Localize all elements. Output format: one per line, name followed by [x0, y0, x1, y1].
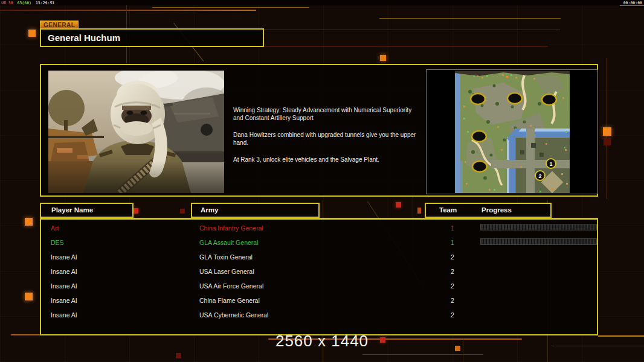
- player-table-rows: Art China Infantry General 1 DES GLA Ass…: [41, 221, 597, 323]
- table-row: Insane AI USA Cybernetic General 2: [41, 308, 597, 323]
- army-cell: GLA Toxin General: [199, 253, 253, 261]
- table-row: Insane AI USA Air Force General 2: [41, 279, 597, 294]
- decor-square: [25, 293, 33, 300]
- page-title: General Huchum: [40, 28, 264, 47]
- decor-square: [417, 208, 421, 214]
- general-portrait: [48, 71, 224, 193]
- decor-square: [176, 353, 181, 358]
- decor-square: [380, 337, 385, 343]
- progress-bar: [480, 238, 597, 245]
- player-name-cell: Insane AI: [51, 311, 77, 319]
- resolution-label: 2560 x 1440: [275, 332, 369, 351]
- strategy-paragraph: Dana Howitzers combined with upgraded tu…: [233, 131, 424, 147]
- army-cell: GLA Assault General: [199, 239, 258, 246]
- top-status-bar: UR 30 63(60) 13:29:51 00:00:00: [0, 0, 644, 5]
- table-row: Insane AI China Flame General 2: [41, 294, 597, 308]
- player-name-cell: Insane AI: [51, 297, 77, 304]
- map-marker-1-label: 1: [549, 161, 552, 167]
- table-row: Art China Infantry General 1: [41, 221, 597, 236]
- player-table-panel: Art China Infantry General 1 DES GLA Ass…: [40, 218, 598, 335]
- team-cell: 2: [445, 311, 460, 319]
- map-start-marker-2: 2: [535, 171, 545, 180]
- decor-square: [133, 208, 138, 214]
- decor-line: [553, 346, 644, 346]
- map-preview-box: 1 2: [426, 69, 598, 194]
- team-cell: 1: [445, 224, 460, 232]
- team-cell: 2: [445, 282, 460, 290]
- column-header-team-progress: Team Progress: [425, 203, 552, 218]
- fps-overlay: UR 30 63(60) 13:29:51: [1, 1, 54, 5]
- decor-line: [463, 338, 463, 362]
- progress-bar: [480, 224, 597, 230]
- player-name-cell: DES: [51, 239, 64, 246]
- team-cell: 2: [445, 253, 460, 261]
- decor-line: [362, 354, 483, 355]
- decor-square: [180, 209, 185, 214]
- player-name-cell: Insane AI: [51, 282, 77, 290]
- column-header-player-name: Player Name: [40, 203, 134, 218]
- decor-line: [379, 18, 561, 19]
- army-cell: China Flame General: [199, 297, 260, 304]
- decor-line: [0, 10, 256, 11]
- army-cell: USA Air Force General: [199, 282, 263, 290]
- decor-line: [264, 30, 560, 30]
- decor-line: [152, 7, 309, 8]
- fps-clock-value: 13:29:51: [36, 1, 54, 5]
- column-header-progress: Progress: [481, 204, 512, 217]
- army-cell: USA Laser General: [199, 268, 254, 275]
- player-name-cell: Art: [51, 224, 59, 232]
- team-cell: 1: [445, 239, 460, 246]
- decor-line: [607, 58, 607, 199]
- player-name-cell: Insane AI: [51, 268, 77, 275]
- decor-square: [28, 30, 36, 37]
- briefing-panel: Winning Strategy: Steady Advancement wit…: [40, 64, 598, 197]
- decor-square: [396, 202, 401, 208]
- player-name-cell: Insane AI: [51, 253, 77, 261]
- decor-square: [455, 346, 460, 351]
- decor-square: [380, 55, 386, 61]
- strategy-paragraph: At Rank 3, unlock elite vehicles and the…: [233, 156, 424, 164]
- decor-line: [264, 46, 548, 46]
- map-marker-2-label: 2: [538, 173, 541, 179]
- column-header-team: Team: [439, 204, 457, 217]
- strategy-text: Winning Strategy: Steady Advancement wit…: [233, 106, 424, 173]
- loading-screen: UR 30 63(60) 13:29:51 00:00:00 GENERAL G…: [0, 0, 644, 362]
- fps-app-label: UR 30: [1, 1, 13, 5]
- table-row: Insane AI GLA Toxin General 2: [41, 250, 597, 265]
- decor-square: [603, 127, 611, 136]
- fps-rate-value: 63(60): [18, 1, 31, 5]
- army-cell: USA Cybernetic General: [199, 311, 268, 319]
- table-row: DES GLA Assault General 1: [41, 236, 597, 250]
- team-cell: 2: [445, 268, 460, 275]
- map-start-marker-1: 1: [546, 159, 556, 168]
- decor-square: [604, 138, 611, 145]
- decor-line: [598, 335, 644, 337]
- strategy-paragraph: Winning Strategy: Steady Advancement wit…: [233, 106, 424, 122]
- decor-square: [25, 218, 33, 226]
- team-cell: 2: [445, 297, 460, 304]
- map-preview: 1 2: [455, 71, 570, 193]
- army-cell: China Infantry General: [199, 224, 263, 232]
- match-timer: 00:00:00: [623, 1, 642, 5]
- table-row: Insane AI USA Laser General 2: [41, 265, 597, 279]
- general-portrait-art: [48, 71, 224, 193]
- column-header-army: Army: [191, 203, 320, 218]
